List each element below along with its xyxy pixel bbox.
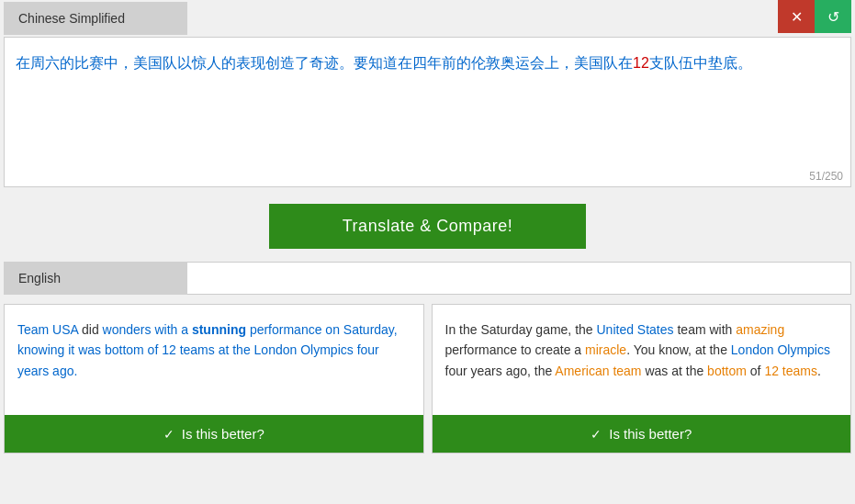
is-better-button-2[interactable]: ✓ Is this better? xyxy=(433,415,851,453)
output-cards: Team USA did wonders with a stunning per… xyxy=(4,304,851,454)
chinese-text-part1: 在周六的比赛中，美国队以惊人的表现创造了奇迹。要知道在四年前的伦敦奥运会上，美国… xyxy=(16,55,633,71)
chinese-input-area: 在周六的比赛中，美国队以惊人的表现创造了奇迹。要知道在四年前的伦敦奥运会上，美国… xyxy=(4,37,851,187)
card2-12: 12 teams xyxy=(764,364,817,378)
translate-section: Translate & Compare! xyxy=(0,195,855,260)
card2-us: United States xyxy=(597,322,674,337)
card1-wonders: wonders with a xyxy=(103,322,192,337)
card2-years: four years ago, the xyxy=(445,364,556,378)
target-lang-label: English xyxy=(4,262,187,295)
card1-stunning: stunning xyxy=(192,322,246,337)
card2-was: was at the xyxy=(642,364,708,378)
card2-london: London Olympics xyxy=(731,342,830,357)
card2-you: . You know, at the xyxy=(626,342,731,357)
card1-did: did xyxy=(82,322,103,337)
card2-of: of xyxy=(747,364,764,378)
app-container: Chinese Simplified ✕ ↺ 在周六的比赛中，美国队以惊人的表现… xyxy=(0,0,855,461)
card2-perf: performance to create a xyxy=(445,342,586,357)
bottom-section: English Team USA did wonders with a stun… xyxy=(0,260,855,461)
card-1-text: Team USA did wonders with a stunning per… xyxy=(5,305,423,415)
source-lang-bar: Chinese Simplified ✕ ↺ xyxy=(4,0,851,37)
translation-card-1: Team USA did wonders with a stunning per… xyxy=(4,304,424,454)
chinese-text-number: 12 xyxy=(633,55,649,71)
char-count: 51/250 xyxy=(5,166,850,186)
card2-miracle: miracle xyxy=(585,342,626,357)
refresh-button[interactable]: ↺ xyxy=(815,0,851,33)
card2-period: . xyxy=(817,364,821,378)
is-better-label-1: Is this better? xyxy=(182,426,264,442)
check-icon-1: ✓ xyxy=(163,427,174,442)
target-lang-spacer xyxy=(187,262,851,295)
card-2-text: In the Saturday game, the United States … xyxy=(433,305,851,415)
source-lang-label: Chinese Simplified xyxy=(4,2,187,35)
translation-card-2: In the Saturday game, the United States … xyxy=(432,304,852,454)
card2-amazing: amazing xyxy=(736,322,784,337)
close-button[interactable]: ✕ xyxy=(778,0,815,33)
chinese-text-part2: 支队伍中垫底。 xyxy=(649,55,752,71)
card2-american: American team xyxy=(555,364,641,378)
is-better-label-2: Is this better? xyxy=(609,426,692,442)
target-lang-bar: English xyxy=(4,260,851,297)
source-lang-text: Chinese Simplified xyxy=(18,11,125,26)
is-better-button-1[interactable]: ✓ Is this better? xyxy=(5,415,423,453)
translate-compare-button[interactable]: Translate & Compare! xyxy=(269,204,586,249)
card2-bottom: bottom xyxy=(707,364,747,378)
top-section: Chinese Simplified ✕ ↺ 在周六的比赛中，美国队以惊人的表现… xyxy=(0,0,855,195)
card2-team: team with xyxy=(674,322,737,337)
lang-bar-spacer xyxy=(187,2,851,35)
close-icon: ✕ xyxy=(791,8,803,26)
refresh-icon: ↺ xyxy=(827,8,839,26)
card1-team-usa: Team USA xyxy=(17,322,82,337)
check-icon-2: ✓ xyxy=(591,427,602,442)
chinese-text-display[interactable]: 在周六的比赛中，美国队以惊人的表现创造了奇迹。要知道在四年前的伦敦奥运会上，美国… xyxy=(5,38,850,166)
top-controls: ✕ ↺ xyxy=(778,0,851,33)
target-lang-text: English xyxy=(18,271,61,286)
card2-intro: In the Saturday game, the xyxy=(445,322,597,337)
